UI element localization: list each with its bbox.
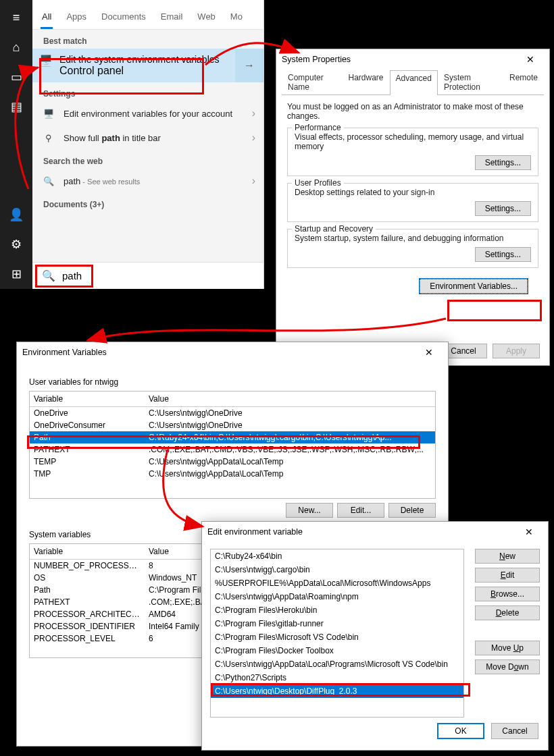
dialog-title: Edit environment variable	[207, 527, 303, 537]
search-box-row: 🔍	[32, 262, 263, 289]
user-profiles-legend: User Profiles	[292, 178, 344, 188]
user-profiles-settings-button[interactable]: Settings...	[475, 201, 531, 216]
close-icon[interactable]: ✕	[515, 526, 543, 537]
monitor-icon: 🖥️	[41, 105, 57, 122]
tab-email[interactable]: Email	[159, 5, 184, 29]
table-row[interactable]: TMPC:\Users\ntwigg\AppData\Local\Temp	[30, 468, 435, 480]
tab-hardware[interactable]: Hardware	[342, 70, 389, 94]
close-icon[interactable]: ✕	[517, 54, 544, 65]
column-header-variable[interactable]: Variable	[30, 392, 145, 406]
search-filter-tabs: All Apps Documents Email Web Mo	[32, 0, 263, 30]
browse-button[interactable]: Browse...	[475, 587, 540, 601]
search-icon: 🔍	[41, 173, 57, 189]
tab-computer-name[interactable]: Computer Name	[282, 70, 342, 94]
performance-text: Visual effects, processor scheduling, me…	[295, 132, 531, 151]
gear-icon[interactable]: ⚙	[0, 230, 32, 259]
performance-legend: Performance	[292, 123, 344, 132]
user-profiles-group: User Profiles Desktop settings related t…	[287, 183, 538, 222]
apply-button[interactable]: Apply	[493, 344, 540, 358]
move-down-button[interactable]: Move Down	[475, 659, 540, 674]
document-icon[interactable]: ▭	[0, 62, 32, 92]
tab-advanced[interactable]: Advanced	[390, 70, 438, 95]
table-row[interactable]: PATHEXT.COM;.EXE;.BAT;.CMD;.VBS;.VBE;.JS…	[30, 443, 435, 456]
edit-button[interactable]: Edit	[475, 568, 540, 583]
menu-icon[interactable]: ≡	[0, 3, 32, 32]
tab-documents[interactable]: Documents	[100, 5, 147, 29]
sliders-icon: ⚲	[41, 130, 57, 146]
startup-recovery-legend: Startup and Recovery	[292, 224, 376, 234]
user-profiles-text: Desktop settings related to your sign-in	[295, 188, 531, 197]
delete-button[interactable]: Delete	[475, 605, 540, 620]
user-vars-label: User variables for ntwigg	[29, 377, 436, 387]
performance-settings-button[interactable]: Settings...	[475, 155, 531, 170]
startup-recovery-text: System startup, system failure, and debu…	[295, 234, 531, 243]
list-item[interactable]: C:\Users\ntwigg\AppData\Local\Programs\M…	[211, 657, 463, 671]
list-item[interactable]: C:\Users\ntwigg\Desktop\DiffPlug_2.0.3	[211, 684, 463, 698]
edit-environment-variable-dialog: Edit environment variable ✕ C:\Ruby24-x6…	[201, 521, 549, 751]
settings-item-show-full-path[interactable]: ⚲ Show full path in title bar ›	[32, 126, 263, 150]
list-item[interactable]: %USERPROFILE%\AppData\Local\Microsoft\Wi…	[211, 576, 463, 590]
best-match-expand-icon[interactable]: →	[235, 49, 263, 82]
list-item[interactable]: C:\Program Files\gitlab-runner	[211, 617, 463, 630]
taskbar: ≡ ⌂ ▭ ▤ 👤 ⚙ ⊞	[0, 0, 32, 289]
list-item[interactable]: C:\Python27\Scripts	[211, 671, 463, 684]
user-new-button[interactable]: New...	[286, 503, 333, 518]
user-vars-table[interactable]: VariableValue OneDriveC:\Users\ntwigg\On…	[29, 391, 436, 499]
close-icon[interactable]: ✕	[416, 347, 443, 358]
startup-recovery-settings-button[interactable]: Settings...	[475, 247, 531, 262]
list-item[interactable]: C:\Ruby24-x64\bin	[211, 549, 463, 563]
table-row[interactable]: OneDriveConsumerC:\Users\ntwigg\OneDrive	[30, 419, 435, 431]
tab-remote[interactable]: Remote	[503, 70, 544, 94]
new-button[interactable]: New	[475, 549, 540, 564]
search-input[interactable]	[62, 270, 254, 281]
tab-all[interactable]: All	[41, 5, 53, 29]
cancel-button[interactable]: Cancel	[491, 723, 538, 739]
start-search-panel: All Apps Documents Email Web Mo Best mat…	[32, 0, 264, 289]
column-header-variable[interactable]: Variable	[30, 544, 145, 559]
tab-apps[interactable]: Apps	[65, 5, 88, 29]
chevron-right-icon: ›	[252, 132, 255, 144]
search-web-term: path	[64, 176, 80, 186]
list-item[interactable]: C:\Program Files\Heroku\bin	[211, 603, 463, 617]
user-delete-button[interactable]: Delete	[388, 503, 436, 518]
best-match-label: Best match	[32, 30, 263, 49]
ok-button[interactable]: OK	[437, 723, 484, 739]
table-row[interactable]: OneDriveC:\Users\ntwigg\OneDrive	[30, 407, 435, 419]
settings-item-label: Show full path in title bar	[64, 133, 245, 143]
monitor-icon: 🖥️	[39, 54, 53, 67]
chevron-right-icon: ›	[252, 107, 255, 119]
startup-recovery-group: Startup and Recovery System startup, sys…	[287, 229, 538, 268]
settings-item-edit-user-env[interactable]: 🖥️ Edit environment variables for your a…	[32, 101, 263, 126]
best-match-title: Edit the system environment variables	[59, 54, 220, 65]
environment-variables-button[interactable]: Environment Variables...	[420, 279, 528, 294]
tab-more[interactable]: Mo	[229, 5, 244, 29]
best-match-result[interactable]: 🖥️ Edit the system environment variables…	[32, 49, 263, 82]
documents-section-label: Documents (3+)	[32, 193, 263, 212]
system-properties-dialog: System Properties ✕ Computer Name Hardwa…	[276, 49, 550, 366]
performance-group: Performance Visual effects, processor sc…	[287, 128, 538, 176]
list-item[interactable]: C:\Users\ntwigg\AppData\Roaming\npm	[211, 590, 463, 603]
user-edit-button[interactable]: Edit...	[337, 503, 384, 518]
tab-web[interactable]: Web	[196, 5, 217, 29]
windows-start-icon[interactable]: ⊞	[0, 259, 32, 289]
dialog-title: System Properties	[282, 55, 351, 64]
dialog-title: Environment Variables	[22, 348, 107, 357]
column-header-value[interactable]: Value	[145, 392, 435, 406]
chevron-right-icon: ›	[252, 175, 255, 187]
move-up-button[interactable]: Move Up	[475, 641, 540, 655]
people-icon[interactable]: 👤	[0, 200, 32, 230]
search-web-result[interactable]: 🔍 path - See web results ›	[32, 169, 263, 193]
table-row[interactable]: PathC:\Ruby24-x64\bin;C:\Users\ntwigg\.c…	[30, 431, 435, 443]
tab-system-protection[interactable]: System Protection	[438, 70, 503, 94]
list-item[interactable]: C:\Program Files\Microsoft VS Code\bin	[211, 630, 463, 644]
path-entries-list[interactable]: C:\Ruby24-x64\binC:\Users\ntwigg\.cargo\…	[210, 549, 464, 718]
admin-note: You must be logged on as an Administrato…	[287, 102, 538, 121]
layers-icon[interactable]: ▤	[0, 92, 32, 122]
search-web-label: Search the web	[32, 150, 263, 169]
list-item[interactable]: C:\Program Files\Docker Toolbox	[211, 644, 463, 657]
search-web-suffix: - See web results	[80, 178, 140, 186]
list-item[interactable]: C:\Users\ntwigg\.cargo\bin	[211, 563, 463, 576]
table-row[interactable]: TEMPC:\Users\ntwigg\AppData\Local\Temp	[30, 456, 435, 468]
search-icon: 🔍	[42, 269, 55, 282]
home-icon[interactable]: ⌂	[0, 32, 32, 62]
